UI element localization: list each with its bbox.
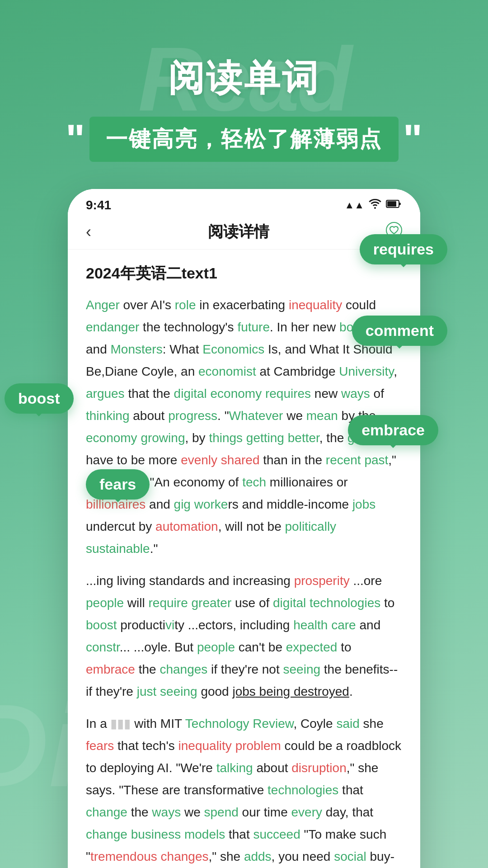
right-quote-mark: " [403,119,422,160]
word-health-care: health care [293,618,356,632]
word-embrace: embrace [86,662,135,676]
back-button[interactable]: ‹ [86,222,91,241]
word-ways: ways [341,387,370,401]
word-things-getting: things getting [209,431,284,445]
word-social: social [334,849,366,863]
word-thinking: thinking [86,409,130,423]
word-adds: adds [244,849,272,863]
word-evenly-shared: evenly shared [181,453,259,467]
phone-mockup: requires comment boost embrace fears 9:4… [68,189,420,868]
bubble-boost: boost [5,383,74,414]
word-tech: tech [242,475,266,489]
status-time: 9:41 [86,198,111,212]
word-endanger: endanger [86,320,139,334]
word-progress: progress [168,409,217,423]
word-economy-growing: economy growing [86,431,185,445]
word-recent-past: recent past [326,453,389,467]
book-title: 2024年英语二text1 [86,263,402,284]
word-fears: fears [86,739,114,753]
word-constr: constr [86,640,120,654]
word-ways2: ways [152,805,181,819]
battery-icon [386,199,402,212]
word-jobs: jobs [352,497,375,511]
word-changes: changes [160,662,207,676]
wifi-icon [369,199,381,212]
word-argues: argues [86,387,125,401]
word-people: people [86,596,124,610]
word-change1: change [86,805,127,819]
word-inequality-problem: inequality problem [178,739,281,753]
status-icons: ▲▲ [344,199,402,212]
svg-rect-1 [387,201,396,207]
word-gig-workers: gig worke [174,497,228,511]
status-bar: 9:41 ▲▲ [68,189,420,217]
word-automation: automation [155,519,218,533]
word-prosperity: prosperity [294,574,350,588]
bubble-comment: comment [352,316,447,346]
word-anger: Anger [86,298,120,312]
word-better: better [288,431,319,445]
word-inequality: inequality [289,298,342,312]
word-expected: expected [286,640,338,654]
word-people2: people [197,640,235,654]
word-talking: talking [216,761,253,775]
word-digital-economy: digital economy requires [174,387,311,401]
word-disruption: disruption [291,761,346,775]
left-quote-mark: " [66,119,85,160]
word-technology-review: Technology Review [185,717,294,731]
word-boost: boost [86,618,117,632]
word-technologies: technologies [267,783,338,797]
word-economics: Economics [202,342,264,356]
word-jobs-being-destroyed: jobs being destroyed [232,684,349,698]
word-seeing: seeing [283,662,321,676]
word-require: require greater [149,596,232,610]
word-economist: economist [198,364,256,378]
bubble-fears: fears [86,469,150,500]
word-just-seeing: just seeing [137,684,197,698]
word-change-business: change business models [86,827,225,841]
word-every: every [291,805,322,819]
nav-title: 阅读详情 [208,222,269,242]
word-role: role [175,298,196,312]
signal-icon: ▲▲ [344,199,364,211]
word-future: future [237,320,270,334]
paragraph-2: ...ing living standards and increasing p… [86,570,402,703]
word-succeed: succeed [253,827,300,841]
word-said: said [336,717,359,731]
main-title: 阅读单词 [168,54,320,103]
bubble-embrace: embrace [348,415,438,445]
word-digital-tech: digital technologies [273,596,380,610]
paragraph-3: In a ▮▮▮ with MIT Technology Review, Coy… [86,712,402,868]
quote-text: 一键高亮，轻松了解薄弱点 [89,117,399,162]
quote-banner: " 一键高亮，轻松了解薄弱点 " [61,117,427,162]
word-tremendous-changes: tremendous changes [90,849,209,863]
word-university: University [339,364,394,378]
word-mean: mean [306,409,338,423]
word-whatever: Whatever [229,409,283,423]
word-monsters: Monsters [111,342,163,356]
bubble-requires: requires [360,234,447,264]
word-spend: spend [204,805,239,819]
word-vity: vi [165,618,174,632]
